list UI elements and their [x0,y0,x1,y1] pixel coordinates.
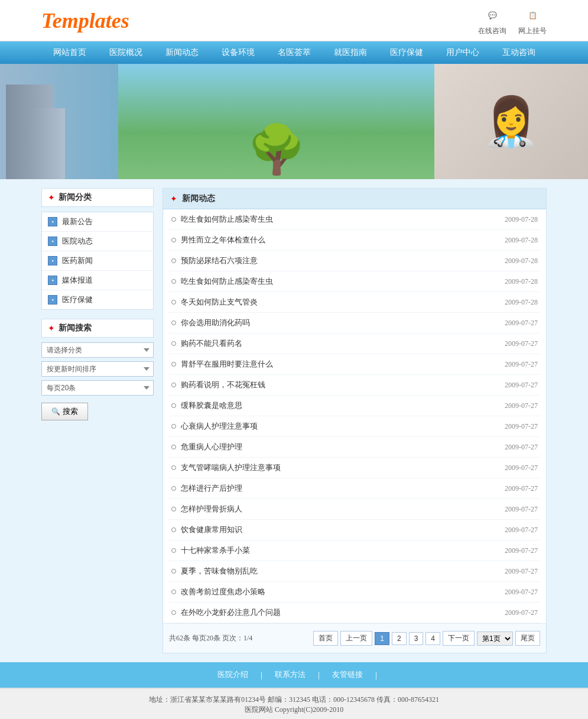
page-buttons: 首页 上一页 1 2 3 4 下一页 第1页 第2页 第3页 第4页 尾页 [313,631,540,646]
sidebar-item-healthcare[interactable]: ▪ 医疗保健 [42,290,153,309]
nav-item-home[interactable]: 网站首页 [44,41,96,64]
main-nav: 网站首页 医院概况 新闻动态 设备环境 名医荟萃 就医指南 医疗保健 用户中心 … [0,41,588,64]
bullet-icon [171,279,176,284]
banner-center: 🌳 [118,64,434,179]
nav-item-equipment[interactable]: 设备环境 [212,41,264,64]
list-item[interactable]: 购药看说明，不花冤枉钱 2009-07-27 [169,375,540,396]
list-item[interactable]: 怎样护理骨折病人 2009-07-27 [169,499,540,520]
banner: 🌳 👩‍⚕️ [0,64,588,179]
sidebar-item-hospital-news[interactable]: ▪ 医院动态 [42,232,153,251]
list-item[interactable]: 预防泌尿结石六项注意 2009-07-28 [169,251,540,271]
page-1-button[interactable]: 1 [375,632,389,645]
list-item[interactable]: 在外吃小龙虾必注意几个问题 2009-07-27 [169,603,540,623]
list-item[interactable]: 购药不能只看药名 2009-07-27 [169,333,540,354]
list-item[interactable]: 缓释胶囊是啥意思 2009-07-27 [169,396,540,416]
page-info: 共62条 每页20条 页次：1/4 [169,633,252,643]
footer-links: 医院介绍 ｜ 联系方法 ｜ 友管链接 ｜ [6,668,582,682]
footer-link-friends[interactable]: 友管链接 [323,668,372,682]
nav-item-health[interactable]: 医疗保健 [381,41,433,64]
footer-link-intro[interactable]: 医院介绍 [208,668,258,682]
bullet-icon [171,569,176,574]
main-content: ✦ 新闻分类 ▪ 最新公告 ▪ 医院动态 ▪ 医药新闻 ▪ 媒体报道 ▪ 医疗保… [0,179,588,662]
content-header-icon: ✦ [170,194,177,204]
pagination-bar: 共62条 每页20条 页次：1/4 首页 上一页 1 2 3 4 下一页 第1页… [163,623,546,653]
sort-dropdown[interactable]: 按更新时间排序 按标题排序 按点击量排序 [41,361,154,377]
search-section: 请选择分类 最新公告 医院动态 医药新闻 媒体报道 医疗保健 按更新时间排序 按… [41,342,154,420]
logo: Templates [41,8,129,33]
last-page-button[interactable]: 尾页 [515,631,540,646]
bullet-icon [171,424,176,429]
list-item[interactable]: 支气管哮喘病人护理注意事项 2009-07-27 [169,458,540,478]
page-select-dropdown[interactable]: 第1页 第2页 第3页 第4页 [477,631,513,646]
list-item[interactable]: 胃舒平在服用时要注意什么 2009-07-27 [169,354,540,375]
list-item[interactable]: 你会选用助消化药吗 2009-07-27 [169,313,540,333]
nav-item-overview[interactable]: 医院概况 [100,41,152,64]
list-item[interactable]: 十七种家常杀手小菜 2009-07-27 [169,540,540,561]
header-icons: 💬 在线咨询 📋 网上挂号 [478,5,547,36]
footer-sep-1: ｜ [258,668,265,682]
nav-item-interact[interactable]: 互动咨询 [493,41,545,64]
page-3-button[interactable]: 3 [409,632,424,645]
header: Templates 💬 在线咨询 📋 网上挂号 [0,0,588,41]
content-header: ✦ 新闻动态 [163,189,546,209]
page-2-button[interactable]: 2 [392,632,407,645]
hospital-news-icon: ▪ [48,237,57,246]
footer-link-contact[interactable]: 联系方法 [265,668,315,682]
list-item[interactable]: 吃生食如何防止感染寄生虫 2009-07-28 [169,271,540,292]
announcement-icon: ▪ [48,217,57,226]
nurse-image: 👩‍⚕️ [434,64,588,179]
sidebar-item-announcement[interactable]: ▪ 最新公告 [42,212,153,232]
list-item[interactable]: 冬天如何防止支气管炎 2009-07-28 [169,292,540,313]
footer-sep-3: ｜ [372,668,380,682]
bullet-icon [171,486,176,491]
nav-item-news[interactable]: 新闻动态 [156,41,208,64]
list-item[interactable]: 改善考前过度焦虑小策略 2009-07-27 [169,582,540,603]
list-item[interactable]: 男性而立之年体检查什么 2009-07-28 [169,230,540,251]
online-consult-button[interactable]: 💬 在线咨询 [478,5,506,36]
nav-item-doctors[interactable]: 名医荟萃 [268,41,320,64]
tree-icon: 🌳 [247,126,306,173]
bullet-icon [171,383,176,387]
list-item[interactable]: 夏季，苦味食物别乱吃 2009-07-27 [169,561,540,582]
bullet-icon [171,258,176,263]
nav-item-user[interactable]: 用户中心 [437,41,489,64]
bullet-icon [171,362,176,367]
bullet-icon [171,445,176,449]
media-icon: ▪ [48,276,57,285]
category-dropdown[interactable]: 请选择分类 最新公告 医院动态 医药新闻 媒体报道 医疗保健 [41,342,154,358]
sidebar-item-media[interactable]: ▪ 媒体报道 [42,271,153,290]
sidebar: ✦ 新闻分类 ▪ 最新公告 ▪ 医院动态 ▪ 医药新闻 ▪ 媒体报道 ▪ 医疗保… [41,188,154,653]
news-search-section-title: ✦ 新闻搜索 [41,319,154,338]
list-item[interactable]: 怎样进行产后护理 2009-07-27 [169,478,540,499]
medicine-news-icon: ▪ [48,256,57,265]
bullet-icon [171,341,176,346]
news-list: 吃生食如何防止感染寄生虫 2009-07-28 男性而立之年体检查什么 2009… [163,209,546,623]
sidebar-item-medicine-news[interactable]: ▪ 医药新闻 [42,251,153,271]
news-content: ✦ 新闻动态 吃生食如何防止感染寄生虫 2009-07-28 男性而立之年体检查… [163,188,547,653]
list-item[interactable]: 吃生食如何防止感染寄生虫 2009-07-28 [169,209,540,230]
bullet-icon [171,403,176,408]
search-button[interactable]: 🔍 搜索 [41,403,88,420]
first-page-button[interactable]: 首页 [313,631,338,646]
category-icon: ✦ [48,193,55,203]
list-item[interactable]: 心衰病人护理注意事项 2009-07-27 [169,416,540,437]
next-page-button[interactable]: 下一页 [443,631,475,646]
bullet-icon [171,590,176,594]
footer-address: 地址：浙江省某某市某某路有01234号 邮编：312345 电话：000-123… [6,695,582,705]
footer-copyright: 医院网站 Copyright(C)2009-2010 [6,705,582,715]
prev-page-button[interactable]: 上一页 [340,631,372,646]
list-item[interactable]: 危重病人心理护理 2009-07-27 [169,437,540,458]
bullet-icon [171,527,176,532]
bullet-icon [171,238,176,242]
footer-info: 地址：浙江省某某市某某路有01234号 邮编：312345 电话：000-123… [0,688,588,719]
page-4-button[interactable]: 4 [425,632,440,645]
online-register-button[interactable]: 📋 网上挂号 [518,5,547,36]
bullet-icon [171,465,176,470]
news-category-menu: ▪ 最新公告 ▪ 医院动态 ▪ 医药新闻 ▪ 媒体报道 ▪ 医疗保健 [41,212,154,310]
bullet-icon [171,320,176,325]
list-item[interactable]: 饮食健康常用知识 2009-07-27 [169,520,540,540]
nav-item-guide[interactable]: 就医指南 [324,41,376,64]
pagesize-dropdown[interactable]: 每页10条 每页20条 每页50条 [41,380,154,396]
bullet-icon [171,507,176,511]
consult-icon: 💬 [480,5,504,26]
